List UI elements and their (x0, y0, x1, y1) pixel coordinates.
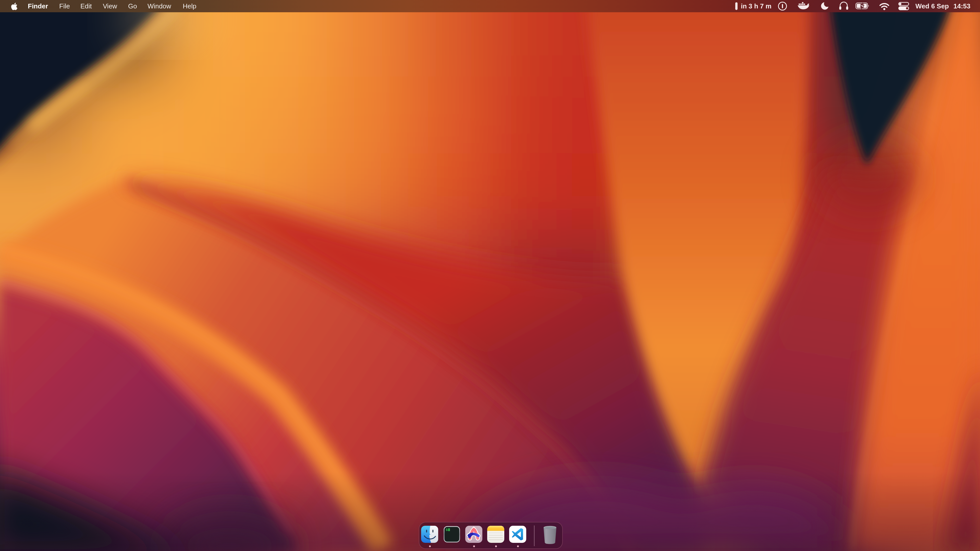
svg-text:$: $ (446, 528, 448, 532)
